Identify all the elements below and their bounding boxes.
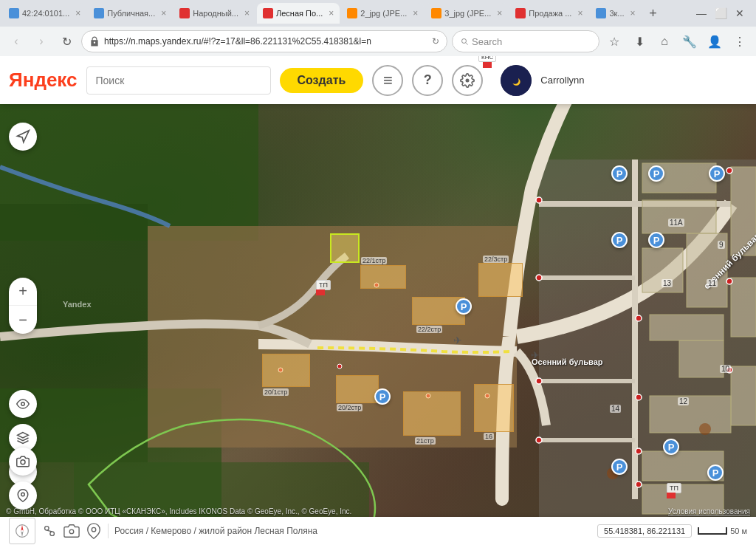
tab-4-favicon xyxy=(263,8,273,18)
help-icon-button[interactable]: ? xyxy=(412,65,443,96)
parking-sign-2: P xyxy=(374,388,391,405)
highlighted-building xyxy=(330,233,360,263)
parking-sign-1: P xyxy=(456,298,472,315)
compass-button[interactable] xyxy=(9,518,35,544)
avatar-image: 🌙 xyxy=(501,65,532,96)
navigate-button[interactable] xyxy=(9,123,37,151)
menu-button[interactable]: ⋮ xyxy=(729,31,750,52)
zoom-in-button[interactable]: + xyxy=(9,278,37,306)
tab-8-close[interactable]: × xyxy=(630,8,636,18)
svg-marker-51 xyxy=(21,531,23,537)
building-22-3 xyxy=(478,263,523,297)
camera-small-icon[interactable] xyxy=(63,523,80,539)
tab-6-close[interactable]: × xyxy=(497,8,502,18)
building-label-21: 21стр xyxy=(415,437,436,445)
building-num-14: 14 xyxy=(610,405,621,413)
tab-4[interactable]: Лесная По... × xyxy=(257,3,340,24)
menu-icon-button[interactable]: ≡ xyxy=(372,65,403,96)
minimize-button[interactable]: — xyxy=(694,6,709,21)
tab-2-close[interactable]: × xyxy=(161,8,166,18)
building-label-22-2: 22/2стр xyxy=(416,326,442,333)
terms-link[interactable]: Условия использования xyxy=(668,507,750,515)
create-button[interactable]: Создать xyxy=(280,68,364,93)
maximize-button[interactable]: ⬜ xyxy=(713,6,728,21)
bottom-left-controls xyxy=(9,448,37,510)
reload-icon[interactable]: ↻ xyxy=(432,36,439,47)
svg-rect-12 xyxy=(650,396,731,433)
bookmarks-button[interactable]: ☆ xyxy=(604,31,625,52)
browser-search-bar[interactable]: Search xyxy=(452,30,599,52)
tab-6[interactable]: 3_jpg (JPE... × xyxy=(425,3,508,24)
svg-point-24 xyxy=(636,315,642,321)
copyright-bar: © GmbH, Обработка © ООО ИТЦ «СКАНЭКС», I… xyxy=(0,506,756,517)
reload-button[interactable]: ↻ xyxy=(56,31,77,52)
tab-5-close[interactable]: × xyxy=(413,8,418,18)
scale-line xyxy=(698,527,727,535)
camera-button[interactable] xyxy=(9,448,37,476)
browser-search-label: Search xyxy=(472,36,502,47)
profile-button[interactable]: 👤 xyxy=(704,31,725,52)
pin-small-icon[interactable] xyxy=(86,523,102,539)
home-button[interactable]: ⌂ xyxy=(654,31,675,52)
tp-label-2: ТП xyxy=(667,483,681,493)
svg-point-21 xyxy=(536,275,542,281)
parking-sign-6: P xyxy=(611,165,628,182)
building-num-11: 11 xyxy=(707,279,718,287)
tab-3[interactable]: Народный... × xyxy=(173,3,255,24)
tab-4-close[interactable]: × xyxy=(329,8,334,18)
svg-point-29 xyxy=(726,278,732,284)
tab-1-close[interactable]: × xyxy=(75,8,80,18)
svg-point-28 xyxy=(726,168,732,174)
building-label-16: 16 xyxy=(484,433,494,440)
gear-icon xyxy=(460,73,475,88)
map-area[interactable]: ✈ ✈ 22/1стр 22/2стр 22/3стр 20/1стр 20/2… xyxy=(0,56,756,545)
navigate-icon xyxy=(16,129,30,144)
location-button[interactable] xyxy=(9,481,37,510)
tab-7-close[interactable]: × xyxy=(577,8,583,18)
bottom-bar: Россия / Кемерово / жилой район Лесная П… xyxy=(0,517,756,545)
eye-icon xyxy=(16,397,30,411)
maps-search-input[interactable] xyxy=(86,66,271,95)
download-button[interactable]: ⬇ xyxy=(629,31,650,52)
user-avatar[interactable]: 🌙 xyxy=(501,65,532,96)
tab-7-label: Продажа ... xyxy=(529,9,571,18)
back-button[interactable]: ‹ xyxy=(6,31,27,52)
close-button[interactable]: ✕ xyxy=(732,6,747,21)
svg-rect-16 xyxy=(731,278,756,337)
user-name-label: Carrollynn xyxy=(540,75,584,86)
settings-icon-button[interactable] xyxy=(452,65,483,96)
svg-point-47 xyxy=(21,460,25,465)
eye-button[interactable] xyxy=(9,390,37,418)
forward-button[interactable]: › xyxy=(31,31,52,52)
kns-marker: КНС xyxy=(478,56,496,68)
yandex-map-watermark: Yandex xyxy=(63,300,92,309)
tab-3-close[interactable]: × xyxy=(244,8,250,18)
svg-text:🌙: 🌙 xyxy=(512,78,521,86)
tp-label-1: ТП xyxy=(316,280,331,290)
kns-flag xyxy=(483,62,492,68)
new-tab-button[interactable]: + xyxy=(643,3,664,24)
tab-7[interactable]: Продажа ... × xyxy=(509,3,588,24)
tab-5[interactable]: 2_jpg (JPE... × xyxy=(341,3,424,24)
building-20-1 xyxy=(262,354,310,387)
extensions-button[interactable]: 🔧 xyxy=(679,31,700,52)
tab-2-favicon xyxy=(94,8,104,18)
tab-6-label: 3_jpg (JPE... xyxy=(444,9,491,18)
footprint-icon[interactable] xyxy=(41,523,58,539)
zoom-out-button[interactable]: − xyxy=(9,306,37,334)
building-num-12: 12 xyxy=(678,397,689,405)
url-bar[interactable]: https://n.maps.yandex.ru/#!?z=17&ll=86.2… xyxy=(81,30,447,52)
tab-2[interactable]: Публичная... × xyxy=(88,3,172,24)
scale-indicator: 50 м xyxy=(698,527,747,535)
parking-sign-5: P xyxy=(611,459,628,475)
browser-chrome: 42:24:0101... × Публичная... × Народный.… xyxy=(0,0,756,56)
building-label-20-2: 20/2стр xyxy=(337,404,362,411)
tab-2-label: Публичная... xyxy=(107,9,155,18)
copyright-text: © GmbH, Обработка © ООО ИТЦ «СКАНЭКС», I… xyxy=(6,507,351,515)
tp-flag-2 xyxy=(667,493,676,498)
svg-point-53 xyxy=(50,532,55,536)
tab-1[interactable]: 42:24:0101... × xyxy=(3,3,86,24)
autumn-blvd-label: Осенний бульвар xyxy=(532,357,603,366)
svg-text:✈: ✈ xyxy=(453,335,462,346)
tab-8[interactable]: 3к... × xyxy=(590,3,641,24)
